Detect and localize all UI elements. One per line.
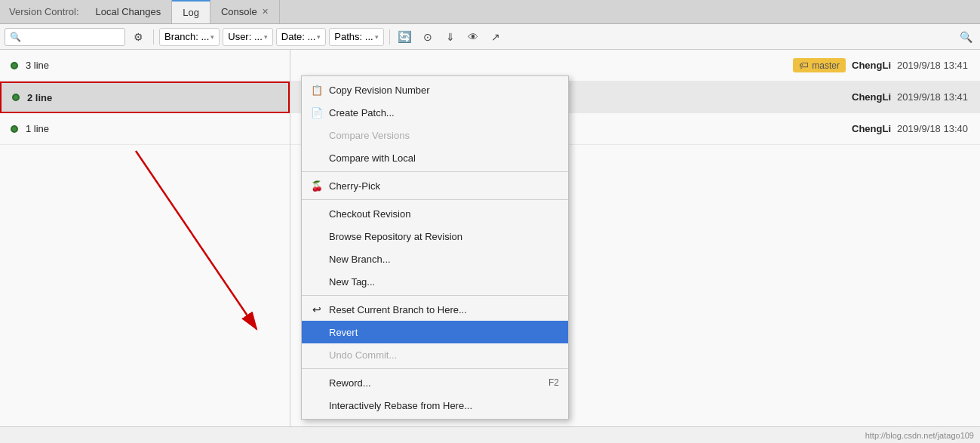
menu-item-cherry-pick[interactable]: 🍒 Cherry-Pick	[302, 174, 568, 197]
patch-icon: 📄	[311, 106, 323, 118]
menu-item-undo-commit: Undo Commit...	[302, 343, 568, 366]
branch-chevron-icon: ▾	[210, 33, 214, 41]
checkout-icon	[311, 208, 323, 220]
new-tag-icon	[311, 275, 323, 288]
version-control-label: Version Control:	[0, 0, 85, 23]
copy-icon: 📋	[311, 84, 323, 96]
search-right-button[interactable]: 🔍	[956, 27, 975, 47]
commit-dot-2	[12, 94, 20, 101]
revert-icon	[311, 326, 323, 338]
commit-date-2line: 2019/9/18 13:41	[897, 91, 968, 103]
toolbar-right: 🔍	[956, 27, 975, 47]
new-branch-icon	[311, 253, 323, 265]
svg-line-1	[136, 151, 257, 329]
commit-label-1line: 1 line	[26, 123, 49, 134]
user-label: User: ...	[228, 31, 263, 42]
menu-item-browse-repo[interactable]: Browse Repository at Revision	[302, 225, 568, 248]
user-chevron-icon: ▾	[264, 33, 268, 41]
undo-icon	[311, 349, 323, 361]
branch-label: Branch: ...	[164, 31, 209, 42]
export-button[interactable]: ↗	[486, 27, 505, 47]
browse-icon	[311, 230, 323, 242]
menu-label-reword: Reword...	[329, 377, 371, 389]
tab-bar: Version Control: Local Changes Log Conso…	[0, 0, 980, 24]
menu-item-interactive-rebase[interactable]: Interactively Rebase from Here...	[302, 394, 568, 417]
commit-author-1line: ChengLi	[852, 123, 891, 134]
tag-name: master	[812, 60, 840, 71]
menu-item-new-tag[interactable]: New Tag...	[302, 270, 568, 293]
tab-log[interactable]: Log	[172, 0, 210, 23]
commit-row-1line[interactable]: 1 line	[0, 113, 290, 145]
refresh-button[interactable]: 🔄	[395, 27, 415, 47]
menu-item-revert[interactable]: Revert	[302, 321, 568, 343]
menu-label-browse-repo: Browse Repository at Revision	[329, 231, 462, 242]
menu-item-new-branch[interactable]: New Branch...	[302, 248, 568, 270]
branch-filter[interactable]: Branch: ... ▾	[159, 28, 220, 46]
menu-item-checkout[interactable]: Checkout Revision	[302, 202, 568, 225]
down-arrow-button[interactable]: ⇓	[441, 27, 460, 47]
tab-console[interactable]: Console ✕	[210, 0, 280, 23]
paths-label: Paths: ...	[334, 31, 373, 42]
menu-label-revert: Revert	[329, 327, 358, 338]
cherry-pick-icon: 🍒	[311, 180, 323, 192]
master-tag-badge: 🏷 master	[793, 58, 846, 72]
settings-button[interactable]: ⚙	[128, 27, 148, 47]
menu-separator-1	[302, 171, 568, 172]
commit-author-2line: ChengLi	[852, 91, 891, 103]
commit-label-2line: 2 line	[27, 92, 52, 103]
paths-filter[interactable]: Paths: ... ▾	[329, 28, 383, 46]
menu-label-checkout: Checkout Revision	[329, 208, 410, 220]
commit-label-3line: 3 line	[26, 60, 49, 71]
paths-chevron-icon: ▾	[375, 33, 379, 41]
commit-date-1line: 2019/9/18 13:40	[897, 123, 968, 134]
close-icon[interactable]: ✕	[262, 7, 269, 17]
menu-separator-2	[302, 199, 568, 200]
menu-item-create-patch[interactable]: 📄 Create Patch...	[302, 101, 568, 124]
eye-button[interactable]: 👁	[463, 27, 483, 47]
menu-label-copy-revision: Copy Revision Number	[329, 85, 430, 96]
tag-icon: 🏷	[799, 60, 809, 71]
status-bar: http://blog.csdn.net/jatago109	[0, 426, 980, 443]
search-box: 🔍	[5, 28, 125, 46]
compare-local-icon	[311, 152, 323, 164]
menu-item-compare-local[interactable]: Compare with Local	[302, 146, 568, 169]
context-menu: 📋 Copy Revision Number 📄 Create Patch...…	[301, 75, 569, 420]
menu-label-new-tag: New Tag...	[329, 276, 375, 288]
menu-label-reset-branch: Reset Current Branch to Here...	[329, 304, 467, 315]
menu-item-compare-versions: Compare Versions	[302, 124, 568, 146]
menu-item-reword[interactable]: Reword... F2	[302, 371, 568, 394]
commit-list: 3 line 2 line 1 line	[0, 50, 290, 443]
user-filter[interactable]: User: ... ▾	[223, 28, 273, 46]
menu-item-reset-branch[interactable]: ↩ Reset Current Branch to Here...	[302, 298, 568, 321]
menu-label-compare-versions: Compare Versions	[329, 130, 410, 141]
menu-item-copy-revision[interactable]: 📋 Copy Revision Number	[302, 78, 568, 101]
search-icon: 🔍	[10, 32, 21, 42]
reword-shortcut: F2	[548, 377, 559, 388]
commit-author-3line: ChengLi	[852, 60, 891, 71]
compare-versions-icon	[311, 129, 323, 141]
reword-icon	[311, 377, 323, 389]
toolbar: 🔍 ⚙ Branch: ... ▾ User: ... ▾ Date: ... …	[0, 24, 980, 50]
menu-label-cherry-pick: Cherry-Pick	[329, 180, 380, 192]
menu-separator-3	[302, 295, 568, 296]
tab-local-changes[interactable]: Local Changes	[85, 0, 173, 23]
date-label: Date: ...	[281, 31, 316, 42]
status-url: http://blog.csdn.net/jatago109	[865, 431, 974, 440]
date-filter[interactable]: Date: ... ▾	[276, 28, 327, 46]
menu-label-compare-local: Compare with Local	[329, 152, 416, 164]
date-chevron-icon: ▾	[317, 33, 321, 41]
commit-row-3line[interactable]: 3 line	[0, 50, 290, 82]
menu-label-interactive-rebase: Interactively Rebase from Here...	[329, 400, 472, 411]
menu-label-create-patch: Create Patch...	[329, 107, 395, 118]
separator-1	[153, 29, 154, 45]
commit-dot-3	[11, 125, 18, 133]
commit-row-2line[interactable]: 2 line	[0, 82, 290, 113]
menu-separator-4	[302, 368, 568, 369]
menu-label-undo-commit: Undo Commit...	[329, 349, 397, 361]
graph-button[interactable]: ⊙	[418, 27, 438, 47]
menu-label-new-branch: New Branch...	[329, 254, 391, 265]
commit-dot	[11, 62, 18, 69]
reset-icon: ↩	[311, 303, 323, 315]
separator-2	[389, 29, 390, 45]
search-input[interactable]	[24, 32, 122, 42]
